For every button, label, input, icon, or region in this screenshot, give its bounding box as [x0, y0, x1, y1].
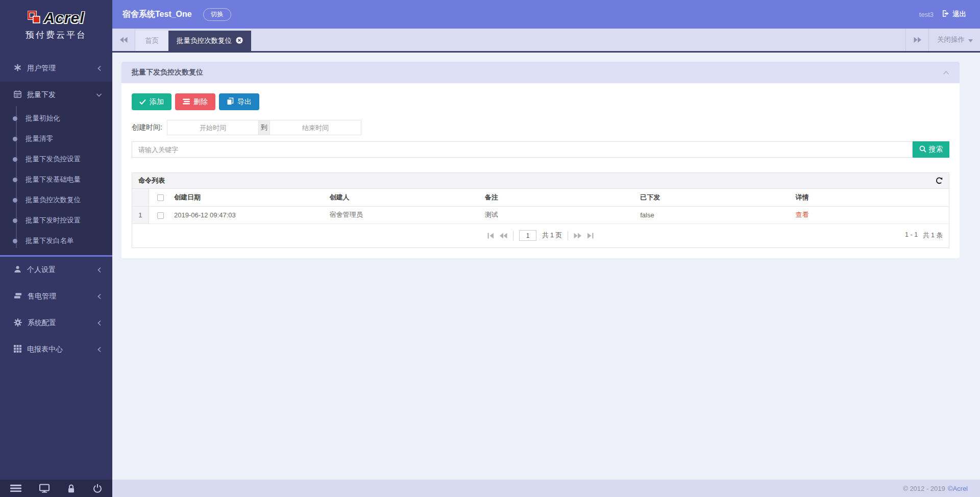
- start-time-input[interactable]: [167, 120, 259, 135]
- cell-sent: false: [638, 206, 793, 223]
- view-detail-link[interactable]: 查看: [796, 211, 809, 218]
- refresh-icon[interactable]: [936, 177, 943, 184]
- acrel-link[interactable]: ©Acrel: [948, 485, 968, 492]
- row-number-header: [132, 189, 149, 206]
- close-operations-dropdown[interactable]: 关闭操作: [929, 29, 980, 51]
- sidebar-item-batch-init[interactable]: 批量初始化: [0, 108, 112, 129]
- sidebar-item-batch-whitelist[interactable]: 批量下发白名单: [0, 231, 112, 251]
- bullet-dot-icon: [13, 137, 17, 141]
- batch-send-submenu: 批量初始化 批量清零 批量下发负控设置 批量下发基础电量 批量负控次数复位 批量…: [0, 108, 112, 255]
- prev-page-icon[interactable]: [500, 233, 507, 239]
- asterisk-icon: [14, 64, 21, 73]
- submenu-label: 批量下发负控设置: [26, 155, 81, 164]
- add-button[interactable]: 添加: [132, 93, 172, 110]
- delete-button[interactable]: 删除: [175, 93, 215, 110]
- column-header: 已下发: [638, 189, 793, 206]
- logout-label: 退出: [952, 10, 966, 19]
- power-icon[interactable]: [93, 484, 102, 493]
- submenu-label: 批量负控次数复位: [26, 195, 81, 205]
- system-name: 宿舍系统Test_One: [122, 9, 192, 20]
- divider: [568, 231, 568, 240]
- sidebar-item-personal-settings[interactable]: 个人设置: [0, 257, 112, 283]
- tab-bar: 首页 批量负控次数复位 关闭操作: [112, 29, 980, 53]
- menu-label: 售电管理: [28, 292, 56, 301]
- sidebar-item-batch-send[interactable]: 批量下发: [0, 82, 112, 108]
- sidebar-item-batch-clear[interactable]: 批量清零: [0, 129, 112, 149]
- sidebar: Acrel 预付费云平台 用户管理 批量下发 批量初始化 批量清零: [0, 0, 112, 497]
- range-label: 1 - 1: [905, 231, 918, 240]
- tab-batch-reset-count[interactable]: 批量负控次数复位: [168, 31, 251, 51]
- app-root: Acrel 预付费云平台 用户管理 批量下发 批量初始化 批量清零: [0, 0, 980, 497]
- sidebar-item-system-config[interactable]: 系统配置: [0, 310, 112, 336]
- hamburger-menu-icon[interactable]: [10, 484, 21, 492]
- command-grid: 命令列表 创建日期 创建人 备注 已下发: [132, 172, 949, 248]
- scroll-tabs-right-button[interactable]: [906, 29, 928, 51]
- search-button[interactable]: 搜索: [913, 141, 949, 158]
- export-button[interactable]: 导出: [219, 93, 259, 110]
- submenu-label: 批量下发基础电量: [26, 175, 81, 184]
- lock-icon[interactable]: [67, 484, 75, 493]
- monitor-icon[interactable]: [39, 484, 50, 493]
- gear-icon: [14, 318, 22, 328]
- last-page-icon[interactable]: [587, 233, 594, 239]
- column-header: 备注: [483, 189, 638, 206]
- export-button-label: 导出: [237, 97, 252, 107]
- close-operations-label: 关闭操作: [937, 35, 965, 44]
- menu-label: 电报表中心: [27, 345, 63, 354]
- command-table: 创建日期 创建人 备注 已下发 详情 1 2019-06-12 09:47:03: [132, 189, 949, 224]
- end-time-input[interactable]: [270, 120, 361, 135]
- brand-name: Acrel: [43, 9, 84, 27]
- panel-body: 添加 删除 导出 创建时间: 到: [121, 83, 960, 258]
- row-select-cell: [149, 206, 172, 223]
- user-icon: [14, 265, 21, 275]
- delete-button-label: 删除: [193, 97, 208, 107]
- select-all-cell: [149, 189, 172, 206]
- row-checkbox[interactable]: [157, 212, 164, 219]
- calendar-icon: [14, 90, 21, 100]
- table-header-row: 创建日期 创建人 备注 已下发 详情: [132, 189, 949, 206]
- total-label: 共 1 条: [923, 231, 943, 240]
- grid-title: 命令列表: [138, 176, 165, 185]
- sidebar-item-batch-time-control[interactable]: 批量下发时控设置: [0, 210, 112, 231]
- sidebar-item-batch-load-control[interactable]: 批量下发负控设置: [0, 149, 112, 169]
- column-header: 创建人: [327, 189, 482, 206]
- scroll-tabs-left-button[interactable]: [112, 29, 135, 51]
- cell-creator: 宿舍管理员: [327, 206, 482, 223]
- keyword-input[interactable]: [132, 141, 913, 158]
- next-page-icon[interactable]: [574, 233, 581, 239]
- sidebar-bottom-bar: [0, 480, 112, 497]
- chevron-left-icon: [97, 293, 102, 300]
- sidebar-item-batch-base-energy[interactable]: 批量下发基础电量: [0, 169, 112, 190]
- page-footer: © 2012 - 2019 ©Acrel: [112, 480, 980, 497]
- tab-label: 首页: [145, 36, 159, 45]
- pagination-bar: 共 1 页 1 - 1 共 1 条: [132, 224, 949, 247]
- sidebar-menu: 用户管理 批量下发 批量初始化 批量清零 批量下发负控设置 批量下发基础电量 批…: [0, 51, 112, 480]
- sidebar-item-electricity-sales[interactable]: 售电管理: [0, 283, 112, 310]
- table-row[interactable]: 1 2019-06-12 09:47:03 宿舍管理员 测试 false 查看: [132, 206, 949, 223]
- chevron-down-icon: [96, 92, 102, 97]
- date-range-to-label: 到: [259, 120, 270, 135]
- close-tab-icon[interactable]: [236, 37, 243, 45]
- menu-label: 用户管理: [27, 64, 56, 73]
- logout-button[interactable]: 退出: [942, 10, 966, 19]
- content-area: 批量下发负控次数复位 添加 删除: [112, 53, 980, 480]
- select-all-checkbox[interactable]: [157, 194, 164, 201]
- sidebar-item-batch-reset-count[interactable]: 批量负控次数复位: [0, 190, 112, 210]
- bullet-dot-icon: [13, 178, 17, 182]
- sidebar-item-report-center[interactable]: 电报表中心: [0, 336, 112, 363]
- tab-home[interactable]: 首页: [135, 31, 168, 51]
- menu-label: 系统配置: [28, 318, 56, 328]
- page-title: 批量下发负控次数复位: [132, 68, 203, 77]
- first-page-icon[interactable]: [487, 233, 494, 239]
- collapse-panel-icon[interactable]: [943, 70, 949, 75]
- current-username: test3: [919, 11, 934, 18]
- batch-reset-panel: 批量下发负控次数复位 添加 删除: [121, 62, 960, 258]
- chevron-left-icon: [97, 320, 102, 326]
- page-number-input[interactable]: [519, 230, 536, 241]
- switch-system-button[interactable]: 切换: [203, 8, 231, 21]
- row-number: 1: [132, 206, 149, 223]
- brand-subtitle: 预付费云平台: [0, 29, 112, 41]
- total-pages-label: 共 1 页: [542, 231, 562, 240]
- copy-pages-icon: [227, 97, 234, 107]
- sidebar-item-user-management[interactable]: 用户管理: [0, 55, 112, 82]
